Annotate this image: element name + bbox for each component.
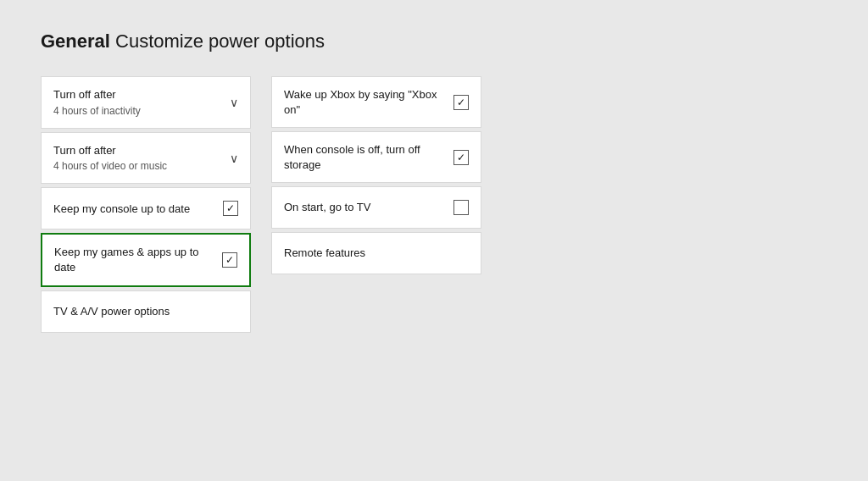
remote-features-label: Remote features xyxy=(284,246,365,259)
on-start-tv-label: On start, go to TV xyxy=(284,201,370,213)
on-start-tv-checkbox[interactable] xyxy=(453,200,469,215)
page-title: General Customize power options xyxy=(41,30,827,53)
tv-av-power[interactable]: TV & A/V power options xyxy=(41,290,251,333)
remote-features[interactable]: Remote features xyxy=(271,232,481,274)
left-column: Turn off after4 hours of inactivity∨Turn… xyxy=(41,76,251,333)
keep-console-updated-label: Keep my console up to date xyxy=(53,202,190,215)
turn-off-inactivity[interactable]: Turn off after4 hours of inactivity∨ xyxy=(41,76,251,129)
keep-games-updated-checkbox[interactable] xyxy=(222,252,237,268)
on-start-tv[interactable]: On start, go to TV xyxy=(271,186,481,229)
content-area: Turn off after4 hours of inactivity∨Turn… xyxy=(41,76,827,333)
wake-up-xbox-checkbox[interactable] xyxy=(453,95,469,110)
chevron-down-icon: ∨ xyxy=(230,152,238,165)
turn-off-inactivity-label: Turn off after xyxy=(53,88,116,101)
wake-up-xbox-label: Wake up Xbox by saying "Xbox on" xyxy=(284,88,437,116)
turn-off-video-label: Turn off after xyxy=(53,144,116,157)
keep-games-updated-label: Keep my games & apps up to date xyxy=(54,246,199,274)
tv-av-power-label: TV & A/V power options xyxy=(53,305,170,318)
wake-up-xbox[interactable]: Wake up Xbox by saying "Xbox on" xyxy=(271,76,481,128)
keep-console-updated-checkbox[interactable] xyxy=(223,201,238,216)
chevron-down-icon: ∨ xyxy=(230,96,238,109)
right-column: Wake up Xbox by saying "Xbox on"When con… xyxy=(271,76,481,333)
turn-off-storage-label: When console is off, turn off storage xyxy=(284,143,420,171)
keep-games-updated[interactable]: Keep my games & apps up to date xyxy=(41,233,251,286)
turn-off-storage-checkbox[interactable] xyxy=(453,150,469,165)
turn-off-video[interactable]: Turn off after4 hours of video or music∨ xyxy=(41,132,251,185)
keep-console-updated[interactable]: Keep my console up to date xyxy=(41,187,251,229)
turn-off-inactivity-sublabel: 4 hours of inactivity xyxy=(53,104,223,118)
turn-off-storage[interactable]: When console is off, turn off storage xyxy=(271,131,481,183)
turn-off-video-sublabel: 4 hours of video or music xyxy=(53,159,223,173)
